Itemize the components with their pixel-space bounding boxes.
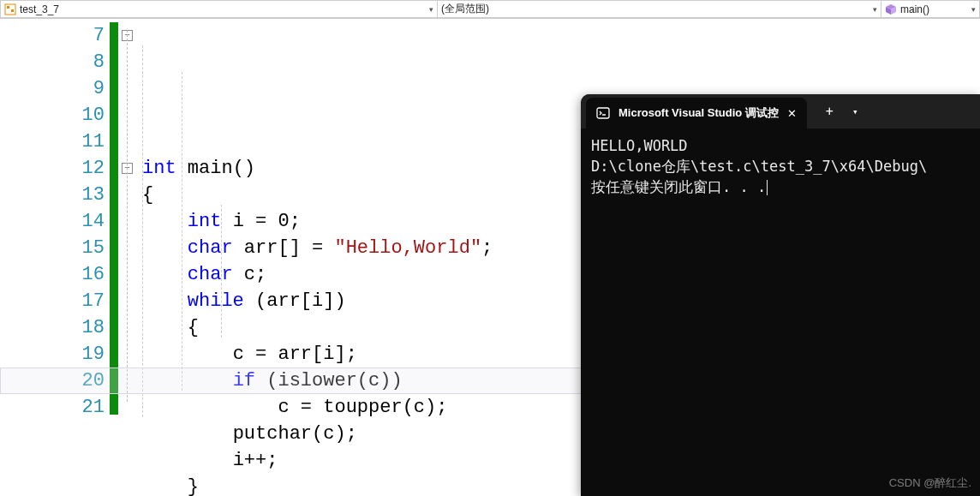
svg-rect-0 (5, 4, 15, 15)
line-number: 19 (0, 341, 105, 368)
console-line: 按任意键关闭此窗口. . . (591, 176, 970, 197)
scope-dropdown-label: (全局范围) (441, 2, 489, 16)
close-icon[interactable]: ✕ (787, 107, 797, 120)
svg-rect-1 (7, 6, 9, 9)
fold-column: −− (118, 19, 142, 496)
console-output[interactable]: HELLO,WORLDD:\clone仓库\test.c\test_3_7\x6… (581, 128, 980, 204)
chevron-down-icon: ▾ (429, 5, 433, 14)
line-number-gutter: 789101112131415161718192021 (0, 19, 110, 496)
project-dropdown-label: test_3_7 (20, 3, 59, 15)
line-number: 18 (0, 314, 105, 341)
cube-icon (885, 3, 897, 15)
console-tab-title: Microsoft Visual Studio 调试控 (618, 105, 779, 121)
line-number: 8 (0, 49, 105, 75)
terminal-icon (596, 106, 610, 120)
top-toolbar: test_3_7 ▾ (全局范围) ▾ main() ▾ (0, 0, 980, 19)
function-dropdown-label: main() (900, 3, 929, 15)
cursor (767, 180, 768, 195)
function-dropdown[interactable]: main() ▾ (881, 0, 980, 18)
line-number: 11 (0, 128, 105, 155)
line-number: 13 (0, 182, 105, 208)
line-number: 10 (0, 102, 105, 128)
line-number: 9 (0, 75, 105, 102)
console-tab[interactable]: Microsoft Visual Studio 调试控 ✕ (586, 98, 807, 128)
watermark: CSDN @醉红尘. (889, 475, 971, 491)
tab-menu-button[interactable]: ▾ (852, 106, 858, 117)
line-number: 15 (0, 235, 105, 261)
console-line: HELLO,WORLD (591, 135, 970, 156)
line-number: 17 (0, 288, 105, 314)
project-icon (4, 3, 16, 15)
line-number: 20 (0, 368, 105, 394)
console-title-actions: + ▾ (814, 94, 870, 128)
svg-rect-6 (597, 108, 609, 118)
chevron-down-icon: ▾ (971, 5, 976, 14)
line-number: 21 (0, 394, 105, 421)
project-dropdown[interactable]: test_3_7 ▾ (0, 0, 437, 18)
console-titlebar[interactable]: Microsoft Visual Studio 调试控 ✕ + ▾ (581, 94, 980, 128)
scope-dropdown[interactable]: (全局范围) ▾ (437, 0, 881, 18)
debug-console: Microsoft Visual Studio 调试控 ✕ + ▾ HELLO,… (581, 94, 980, 496)
change-marker-strip (110, 22, 118, 415)
console-line: D:\clone仓库\test.c\test_3_7\x64\Debug\ (591, 156, 970, 176)
line-number: 14 (0, 208, 105, 235)
line-number: 12 (0, 155, 105, 182)
chevron-down-icon: ▾ (873, 5, 877, 14)
new-tab-button[interactable]: + (826, 104, 834, 119)
line-number: 16 (0, 261, 105, 288)
svg-rect-2 (11, 9, 14, 12)
line-number: 7 (0, 22, 105, 49)
